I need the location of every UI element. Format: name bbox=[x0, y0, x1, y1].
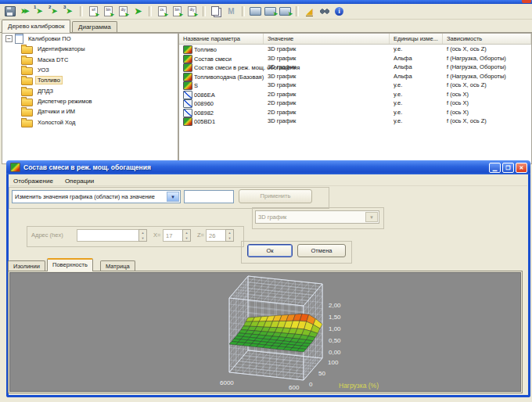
reload-all-icon[interactable]: ➤➤ bbox=[17, 5, 32, 18]
tab-diagram[interactable]: Диаграмма bbox=[72, 21, 117, 32]
graph-type-value: 3D график bbox=[258, 214, 286, 221]
expander-icon[interactable]: − bbox=[5, 35, 13, 42]
param-name-cell: 005BD1 bbox=[179, 117, 268, 126]
table-row[interactable]: Топливоподача (Базовая)3D графикАльфаf (… bbox=[179, 72, 531, 81]
tree-item[interactable]: Диспетчер режимов bbox=[2, 96, 178, 106]
z-size-value: 26 bbox=[209, 232, 215, 239]
param-value-cell: 3D график bbox=[264, 73, 394, 80]
app-close-button[interactable] bbox=[522, 0, 531, 3]
tree-item[interactable]: УОЗ bbox=[2, 65, 178, 75]
tree-item-label: Идентификаторы bbox=[35, 45, 88, 53]
param-units-cell: у.е. bbox=[390, 109, 447, 116]
export-bin-file-icon[interactable]: bin➤ bbox=[170, 5, 185, 18]
info-icon[interactable]: i bbox=[332, 5, 347, 18]
tree-root[interactable]: −Калибровки ПО bbox=[2, 34, 178, 44]
dialog-window-icon bbox=[10, 163, 20, 172]
axis-tick-label: 2,00 bbox=[329, 302, 341, 309]
toolbar: ➤➤1➤2➤3➤srl➤bin➤dty➤➤cs.➤bin➤dty➤M➤➤◢i bbox=[0, 4, 532, 20]
close-button[interactable]: ✕ bbox=[516, 163, 527, 173]
search-binoculars-icon[interactable] bbox=[317, 5, 332, 18]
param-name: Состав смеси bbox=[194, 56, 232, 63]
tab-calibration-tree[interactable]: Дерево калибровок bbox=[2, 20, 70, 33]
green-arrow-icon: ➤ bbox=[193, 12, 198, 17]
tab-matrix[interactable]: Матрица bbox=[100, 260, 135, 271]
export-cs-file-icon[interactable]: cs.➤ bbox=[155, 5, 170, 18]
surface-3d-chart[interactable]: 0,000,501,001,502,000501006000600Нагрузк… bbox=[10, 273, 520, 391]
column-header[interactable]: Зависимость bbox=[443, 34, 531, 44]
card-export-icon: ➤ bbox=[279, 7, 291, 16]
green-arrow-icon: ➤ bbox=[110, 12, 114, 17]
import-bin-file-icon[interactable]: bin➤ bbox=[101, 5, 116, 18]
maximize-button[interactable]: ❐ bbox=[502, 163, 514, 173]
save-icon[interactable] bbox=[2, 5, 17, 18]
tree-item[interactable]: Маска DTC bbox=[2, 55, 178, 65]
import-srl-file-icon[interactable]: srl➤ bbox=[86, 5, 101, 18]
param-dep-cell: f (ось X) bbox=[443, 109, 532, 116]
card-export-icon[interactable]: ➤ bbox=[278, 5, 293, 18]
apply-arrow-icon[interactable]: ➤ bbox=[131, 5, 146, 18]
tree-item[interactable]: Топливо bbox=[2, 75, 178, 85]
param-dep-cell: f (ось X, ось Z) bbox=[443, 117, 532, 124]
param-name: 0086EA bbox=[194, 92, 215, 99]
load-slot-2-icon[interactable]: 2➤ bbox=[47, 5, 62, 18]
menu-display[interactable]: Отображение bbox=[13, 178, 53, 185]
param-name-cell: S bbox=[179, 81, 268, 90]
chevron-down-icon[interactable]: ▼ bbox=[167, 192, 179, 202]
dialog-title: Состав смеси в реж. мощ. обогащения bbox=[20, 163, 487, 171]
toolbar-separator bbox=[242, 6, 245, 16]
save-icon bbox=[5, 6, 16, 16]
load-slot-3-icon[interactable]: 3➤ bbox=[62, 5, 77, 18]
param-name-cell: Состав смеси bbox=[179, 55, 268, 63]
ok-button[interactable]: Ок bbox=[247, 244, 293, 257]
column-header[interactable]: Название параметра bbox=[179, 34, 264, 44]
table-row[interactable]: 0089822D графику.е.f (ось X) bbox=[179, 108, 531, 117]
cancel-button[interactable]: Отмена bbox=[297, 244, 346, 257]
column-header[interactable]: Значение bbox=[264, 34, 390, 44]
export-dty-file-icon[interactable]: dty➤ bbox=[185, 5, 200, 18]
dialog-titlebar[interactable]: Состав смеси в реж. мощ. обогащения ▁ ❐ … bbox=[6, 160, 530, 174]
folder-icon bbox=[21, 57, 33, 65]
folder-icon bbox=[21, 120, 33, 127]
copy-icon[interactable] bbox=[209, 5, 224, 18]
table-row[interactable]: Топливо3D графику.е.f (ось X, ось Z) bbox=[179, 45, 531, 54]
toolbar-separator bbox=[80, 6, 83, 16]
column-header[interactable]: Единицы изме... bbox=[390, 34, 443, 44]
value-input[interactable] bbox=[184, 190, 234, 203]
param-value-cell: 3D график bbox=[264, 63, 394, 70]
table-row[interactable]: 0086EA2D графику.е.f (ось X) bbox=[179, 90, 531, 99]
action-combo[interactable]: Изменить значения графика (области) на з… bbox=[12, 190, 181, 203]
tree-item[interactable]: Идентификаторы bbox=[2, 44, 178, 54]
table-row[interactable]: Состав смеси в реж. мощ. обогащения3D гр… bbox=[179, 63, 531, 72]
tree-item[interactable]: ДПДЗ bbox=[2, 85, 178, 95]
tree-item[interactable]: Холостой Ход bbox=[2, 117, 178, 127]
param-dep-cell: f (ось X, ось Z) bbox=[443, 45, 532, 52]
param-name: Топливоподача (Базовая) bbox=[194, 74, 264, 81]
compare-icon[interactable]: M bbox=[224, 5, 239, 18]
card-import-icon[interactable]: ➤ bbox=[263, 5, 278, 18]
chart-icon[interactable]: ◢ bbox=[302, 5, 317, 18]
surface-plot-area[interactable]: 0,000,501,001,502,000501006000600Нагрузк… bbox=[9, 272, 521, 392]
menu-operations[interactable]: Операции bbox=[65, 178, 94, 185]
param-value-cell: 2D график bbox=[264, 99, 394, 106]
axis-tick-label: 50 bbox=[318, 370, 325, 377]
load-slot-1-icon[interactable]: 1➤ bbox=[32, 5, 47, 18]
import-dty-file-icon[interactable]: dty➤ bbox=[116, 5, 131, 18]
minimize-button[interactable]: ▁ bbox=[489, 163, 501, 173]
load-slot-3-icon: ➤ bbox=[66, 8, 73, 15]
table-row[interactable]: 0089602D графику.е.f (ось X) bbox=[179, 99, 531, 108]
map3d-icon bbox=[183, 81, 192, 90]
tab-surface[interactable]: Поверхность bbox=[47, 258, 93, 271]
tree-item-label: Маска DTC bbox=[35, 56, 70, 64]
toolbar-separator bbox=[203, 6, 206, 16]
table-row[interactable]: 005BD13D графику.е.f (ось X, ось Z) bbox=[179, 117, 531, 126]
apply-button: Применить bbox=[239, 189, 312, 203]
tree-item[interactable]: Датчики и ИМ bbox=[2, 106, 178, 117]
axis-tick-label: 1,50 bbox=[329, 314, 341, 321]
axis-tick-label: 1,00 bbox=[329, 325, 341, 332]
param-dep-cell: f (ось X, ось Z) bbox=[443, 81, 532, 88]
table-row[interactable]: Состав смеси3D графикАльфаf (Нагрузка, О… bbox=[179, 54, 531, 63]
card-icon[interactable] bbox=[248, 5, 263, 18]
folder-icon bbox=[21, 77, 33, 85]
tab-isolines[interactable]: Изолинии bbox=[8, 260, 45, 271]
table-row[interactable]: S3D графику.е.f (ось X, ось Z) bbox=[179, 81, 531, 90]
